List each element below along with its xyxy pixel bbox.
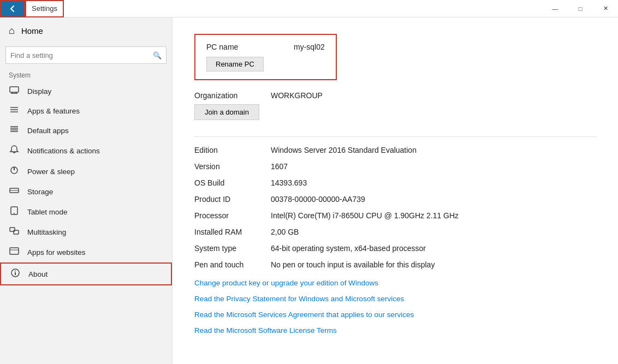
search-input[interactable]	[6, 51, 148, 59]
productid-value: 00378-00000-00000-AA739	[271, 195, 596, 204]
sidebar-item-tablet-mode[interactable]: Tablet mode	[0, 201, 172, 222]
apps-features-icon	[9, 106, 20, 116]
tablet-icon	[9, 206, 20, 217]
pc-name-section: PC name my-sql02 Rename PC	[194, 34, 337, 80]
version-label: Version	[194, 162, 271, 171]
osbuild-row: OS Build 14393.693	[194, 178, 596, 187]
title-bar: Settings — □ ✕	[0, 0, 618, 17]
processor-value: Intel(R) Core(TM) i7-8650U CPU @ 1.90GHz…	[271, 211, 596, 220]
sidebar-item-apps-features[interactable]: Apps & features	[0, 101, 172, 121]
sidebar-item-about-label: About	[28, 270, 47, 278]
default-apps-icon	[9, 126, 20, 135]
osbuild-value: 14393.693	[271, 178, 596, 187]
version-row: Version 1607	[194, 162, 596, 171]
sidebar-item-notifications[interactable]: Notifications & actions	[0, 140, 172, 161]
about-icon	[10, 268, 21, 279]
home-icon: ⌂	[9, 25, 15, 37]
sidebar-item-default-apps-label: Default apps	[27, 127, 69, 135]
sidebar-item-apps-features-label: Apps & features	[27, 107, 80, 115]
sidebar-item-apps-websites-label: Apps for websites	[27, 248, 86, 256]
main-layout: ⌂ Home 🔍 System Display Apps & features	[0, 17, 618, 364]
sidebar-item-storage-label: Storage	[27, 188, 53, 196]
sidebar-item-tablet-label: Tablet mode	[27, 208, 68, 216]
sidebar-item-apps-websites[interactable]: Apps for websites	[0, 242, 172, 262]
pentouch-label: Pen and touch	[194, 260, 271, 269]
join-domain-button[interactable]: Join a domain	[194, 104, 259, 120]
close-button[interactable]: ✕	[593, 0, 618, 17]
sidebar-item-display-label: Display	[27, 87, 51, 96]
pc-name-row: PC name my-sql02	[206, 43, 325, 51]
sidebar: ⌂ Home 🔍 System Display Apps & features	[0, 17, 173, 364]
back-arrow-icon	[9, 5, 16, 12]
multitasking-icon	[9, 227, 20, 237]
org-label: Organization	[194, 91, 271, 100]
svg-rect-0	[10, 87, 19, 92]
processor-row: Processor Intel(R) Core(TM) i7-8650U CPU…	[194, 211, 596, 220]
sidebar-item-notifications-label: Notifications & actions	[27, 147, 100, 155]
svg-point-23	[15, 271, 16, 272]
edition-label: Edition	[194, 146, 271, 154]
sidebar-item-multitasking-label: Multitasking	[27, 228, 66, 236]
svg-rect-19	[10, 248, 19, 254]
apps-websites-icon	[9, 247, 20, 258]
window-title: Settings	[32, 4, 57, 13]
maximize-button[interactable]: □	[568, 0, 593, 17]
sidebar-home-label: Home	[21, 26, 43, 35]
link-product-key[interactable]: Change product key or upgrade your editi…	[194, 279, 596, 287]
productid-row: Product ID 00378-00000-00000-AA739	[194, 195, 596, 204]
svg-point-16	[14, 213, 15, 214]
ram-row: Installed RAM 2,00 GB	[194, 228, 596, 236]
link-services-agreement[interactable]: Read the Microsoft Services Agreement th…	[194, 311, 596, 319]
title-wrapper: Settings	[25, 0, 64, 17]
edition-value: Windows Server 2016 Standard Evaluation	[271, 146, 596, 154]
search-box[interactable]: 🔍	[5, 46, 167, 64]
systemtype-value: 64-bit operating system, x64-based proce…	[271, 244, 596, 253]
sidebar-item-storage[interactable]: Storage	[0, 182, 172, 201]
systemtype-row: System type 64-bit operating system, x64…	[194, 244, 596, 253]
processor-label: Processor	[194, 211, 271, 220]
productid-label: Product ID	[194, 195, 271, 204]
minimize-button[interactable]: —	[543, 0, 568, 17]
org-value: WORKGROUP	[271, 91, 596, 100]
osbuild-label: OS Build	[194, 178, 271, 187]
window-controls: — □ ✕	[543, 0, 618, 17]
system-section-label: System	[0, 68, 172, 81]
ram-label: Installed RAM	[194, 228, 271, 236]
display-icon	[9, 86, 20, 96]
storage-icon	[9, 187, 20, 196]
sidebar-item-home[interactable]: ⌂ Home	[0, 17, 172, 44]
link-privacy-statement[interactable]: Read the Privacy Statement for Windows a…	[194, 295, 596, 303]
pentouch-row: Pen and touch No pen or touch input is a…	[194, 260, 596, 269]
sidebar-item-display[interactable]: Display	[0, 81, 172, 101]
sidebar-item-about[interactable]: About	[0, 262, 172, 285]
ram-value: 2,00 GB	[271, 228, 596, 236]
sidebar-item-power-label: Power & sleep	[27, 168, 75, 176]
sidebar-item-power-sleep[interactable]: Power & sleep	[0, 161, 172, 182]
notifications-icon	[9, 145, 20, 156]
link-software-license[interactable]: Read the Microsoft Software License Term…	[194, 326, 596, 335]
sidebar-item-multitasking[interactable]: Multitasking	[0, 222, 172, 242]
search-icon[interactable]: 🔍	[148, 46, 166, 64]
sidebar-item-default-apps[interactable]: Default apps	[0, 121, 172, 140]
pc-name-label: PC name	[206, 43, 250, 51]
back-button[interactable]	[0, 0, 25, 17]
edition-row: Edition Windows Server 2016 Standard Eva…	[194, 146, 596, 154]
org-row: Organization WORKGROUP	[194, 91, 596, 100]
content-area: PC name my-sql02 Rename PC Organization …	[173, 17, 618, 364]
version-value: 1607	[271, 162, 596, 171]
pentouch-value: No pen or touch input is available for t…	[271, 260, 596, 269]
pc-name-value: my-sql02	[294, 43, 325, 51]
divider	[194, 136, 596, 137]
systemtype-label: System type	[194, 244, 271, 253]
power-icon	[9, 166, 20, 177]
rename-pc-button[interactable]: Rename PC	[206, 57, 264, 71]
